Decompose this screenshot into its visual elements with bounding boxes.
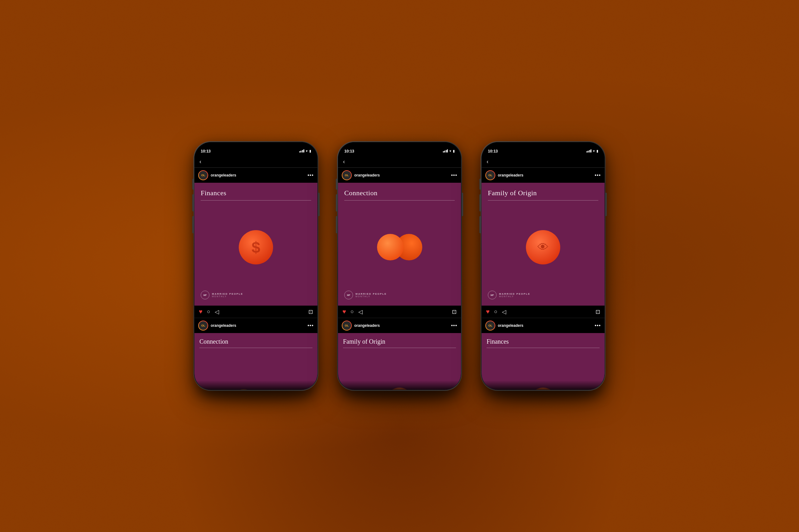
post-1-title: Finances bbox=[201, 189, 311, 197]
signal-icon bbox=[299, 149, 305, 152]
avatar-p3: OL bbox=[485, 170, 495, 180]
phone2-post-1-title: Connection bbox=[344, 189, 455, 197]
post-2-header: OL orangeleaders ••• bbox=[195, 318, 317, 333]
ig-nav-bar-3: ‹ bbox=[482, 156, 604, 168]
post-2-image: Connection bbox=[195, 333, 317, 390]
like-button-p3[interactable]: ♥ bbox=[486, 308, 490, 315]
more-options-p3-2[interactable]: ••• bbox=[595, 323, 601, 328]
notch-3 bbox=[523, 142, 563, 151]
phone-1: 10:13 ▾ ▮ ‹ bbox=[194, 141, 319, 391]
like-button[interactable]: ♥ bbox=[199, 308, 203, 315]
avatar-inner: OL bbox=[199, 171, 207, 179]
post-2-title: Connection bbox=[199, 338, 312, 345]
signal-icon-3 bbox=[586, 149, 592, 152]
post-1-illustration: $ bbox=[201, 207, 311, 287]
phone3-illustration: 👁 bbox=[488, 207, 598, 287]
circle-peek-p2 bbox=[385, 387, 414, 390]
ig-nav-bar: ‹ bbox=[195, 156, 317, 168]
signal-icon-2 bbox=[443, 149, 448, 152]
phone2-post-1-image: Connection MP MARRIED PEOPLE bbox=[338, 183, 461, 306]
brand-sub-p3: MONTHLY bbox=[499, 295, 530, 298]
eye-circle: 👁 bbox=[526, 230, 560, 264]
phone2-post-2-image: Family of Origin bbox=[338, 333, 461, 390]
username-p3[interactable]: orangeleaders bbox=[498, 173, 523, 177]
phone3-post-1-header: OL orangeleaders ••• bbox=[482, 168, 604, 183]
phone3-post-2-header: OL orangeleaders ••• bbox=[482, 318, 604, 333]
phone3-brand: MP MARRIED PEOPLE MONTHLY bbox=[488, 287, 598, 299]
brand-name-p3: MARRIED PEOPLE bbox=[499, 292, 530, 295]
username-p2-2[interactable]: orangeleaders bbox=[354, 323, 380, 328]
wifi-icon: ▾ bbox=[306, 149, 308, 153]
brand-logo-p2: MP bbox=[344, 291, 353, 299]
status-time: 10:13 bbox=[201, 149, 211, 153]
post-divider-p3 bbox=[488, 200, 598, 201]
back-arrow-icon[interactable]: ‹ bbox=[199, 158, 201, 165]
post-1-action-bar: ♥ ○ ◁ ⊡ bbox=[195, 306, 317, 318]
post-2-divider bbox=[199, 348, 312, 348]
comment-button-p3[interactable]: ○ bbox=[494, 308, 497, 315]
dollar-icon: $ bbox=[252, 240, 260, 255]
like-button-p2[interactable]: ♥ bbox=[342, 308, 346, 315]
connection-circles bbox=[377, 234, 422, 260]
post-divider bbox=[201, 200, 311, 201]
phone2-post-2-header: OL orangeleaders ••• bbox=[338, 318, 461, 333]
ig-nav-bar-2: ‹ bbox=[338, 156, 461, 168]
battery-icon-3: ▮ bbox=[596, 149, 598, 153]
comment-button[interactable]: ○ bbox=[207, 308, 211, 315]
more-options-button[interactable]: ••• bbox=[307, 172, 314, 178]
brand-sub-p2: MONTHLY bbox=[356, 295, 387, 298]
wifi-icon-2: ▾ bbox=[450, 149, 451, 153]
share-button[interactable]: ◁ bbox=[215, 308, 219, 315]
post-1-header: OL orangeleaders ••• bbox=[195, 168, 317, 183]
phone3-post-1-title: Family of Origin bbox=[488, 189, 598, 197]
more-options-button-2[interactable]: ••• bbox=[307, 323, 314, 328]
username-label-2[interactable]: orangeleaders bbox=[211, 323, 236, 328]
phone3-post-2-image: Finances bbox=[482, 333, 604, 390]
phone2-illustration bbox=[344, 207, 455, 287]
brand-name: MARRIED PEOPLE bbox=[212, 292, 243, 295]
dollar-circle: $ bbox=[239, 230, 273, 264]
more-options-p2-2[interactable]: ••• bbox=[451, 323, 457, 328]
bookmark-button-p3[interactable]: ⊡ bbox=[596, 308, 600, 315]
back-arrow-icon-3[interactable]: ‹ bbox=[487, 158, 488, 165]
more-options-p3[interactable]: ••• bbox=[595, 172, 601, 178]
phone2-post-1-header: OL orangeleaders ••• bbox=[338, 168, 461, 183]
status-icons: ▾ ▮ bbox=[299, 149, 311, 153]
circle-peek-p3 bbox=[529, 387, 557, 390]
avatar: OL bbox=[198, 170, 208, 180]
username-p3-2[interactable]: orangeleaders bbox=[498, 323, 523, 328]
bookmark-button-p2[interactable]: ⊡ bbox=[452, 308, 457, 315]
phone3-post-1-image: Family of Origin 👁 MP MARRIED PEOPLE MON bbox=[482, 183, 604, 306]
battery-icon: ▮ bbox=[309, 149, 311, 153]
phone2-brand: MP MARRIED PEOPLE MONTHLY bbox=[344, 287, 455, 299]
share-button-p2[interactable]: ◁ bbox=[358, 308, 363, 315]
phone-frame-3: 10:13 ▾ ▮ ‹ bbox=[480, 141, 605, 391]
phone-2: 10:13 ▾ ▮ ‹ bbox=[337, 141, 462, 391]
notch-2 bbox=[379, 142, 420, 151]
phone2-post-2-title: Family of Origin bbox=[343, 338, 456, 345]
phone-frame-2: 10:13 ▾ ▮ ‹ bbox=[337, 141, 462, 391]
phone3-post-2-title: Finances bbox=[487, 338, 600, 345]
comment-button-p2[interactable]: ○ bbox=[350, 308, 354, 315]
post-divider-p2 bbox=[344, 200, 455, 201]
status-time-2: 10:13 bbox=[344, 149, 354, 153]
avatar-p2-2: OL bbox=[342, 321, 352, 330]
wifi-icon-3: ▾ bbox=[593, 149, 595, 153]
circle-left bbox=[377, 234, 403, 260]
notch bbox=[236, 142, 276, 151]
avatar-p2: OL bbox=[342, 170, 352, 180]
brand-sub: MONTHLY bbox=[212, 295, 243, 298]
back-arrow-icon-2[interactable]: ‹ bbox=[343, 158, 345, 165]
brand-name-p2: MARRIED PEOPLE bbox=[356, 292, 387, 295]
username-p2[interactable]: orangeleaders bbox=[354, 173, 380, 177]
avatar-2: OL bbox=[198, 321, 208, 330]
post-2-divider-p2 bbox=[343, 348, 456, 348]
phone2-action-bar: ♥ ○ ◁ ⊡ bbox=[338, 306, 461, 318]
phone-3: 10:13 ▾ ▮ ‹ bbox=[480, 141, 605, 391]
post-brand: MP MARRIED PEOPLE MONTHLY bbox=[201, 287, 311, 299]
share-button-p3[interactable]: ◁ bbox=[502, 308, 506, 315]
username-label[interactable]: orangeleaders bbox=[211, 173, 236, 177]
bookmark-button[interactable]: ⊡ bbox=[308, 308, 313, 315]
more-options-p2[interactable]: ••• bbox=[451, 172, 457, 178]
brand-logo: MP bbox=[201, 291, 210, 299]
